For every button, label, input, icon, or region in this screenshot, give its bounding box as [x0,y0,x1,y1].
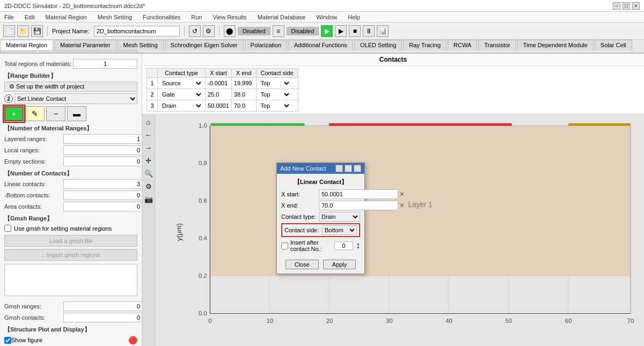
modal-xstart-clear[interactable]: ✕ [398,190,406,198]
refresh-button[interactable]: ↺ [189,25,201,37]
modal-minimize-button[interactable]: − [335,165,343,172]
menu-run[interactable]: Run [189,13,204,21]
modal-insert-down[interactable]: ▼ [356,246,360,249]
delete-contact-button[interactable]: − [46,106,65,121]
settings-button[interactable]: ⚙ [203,25,215,37]
modal-insert-checkbox[interactable] [281,242,288,249]
menu-help[interactable]: Help [346,13,362,21]
move-tool-button[interactable]: ✛ [143,155,154,166]
row-3-side[interactable]: Top [256,100,298,112]
save-file-button[interactable]: 💾 [31,25,43,37]
menu-window[interactable]: Window [314,13,339,21]
set-contact-select[interactable]: Set Linear Contact [14,93,137,104]
menu-mesh-setting[interactable]: Mesh Setting [96,13,134,21]
menu-view-results[interactable]: View Results [210,13,248,21]
tab-schrodinger[interactable]: Schrodinger Eigen Solver [165,40,244,50]
row-1-type-select[interactable]: Source [160,78,203,88]
modal-title: Add New Contact [280,165,326,172]
row-2-xend: 38.0 [231,89,256,100]
row-3-type[interactable]: Drain [158,100,206,112]
project-name-input[interactable] [94,26,180,36]
total-regions-input[interactable] [73,59,137,69]
chart-button[interactable]: 📊 [377,25,389,37]
tab-ray-tracing[interactable]: Ray Tracing [403,40,447,50]
menu-functionalities[interactable]: Functionalities [141,13,182,21]
adjust-tool-button[interactable]: ⚙ [143,181,154,192]
minimize-button[interactable]: − [613,2,620,10]
edit-contact-button[interactable]: ✎ [25,106,45,121]
gmsh-textarea[interactable] [4,264,137,296]
y-axis-label: y(μm) [177,223,183,241]
row-2-side[interactable]: Top [256,89,298,100]
local-ranges-input[interactable] [63,145,142,155]
pause-button[interactable]: ⏸ [363,25,375,37]
menu-edit[interactable]: Edit [23,13,37,21]
gmsh-ranges-input[interactable] [63,301,142,311]
copy-contact-button[interactable]: ▬ [67,106,86,121]
tab-material-parameter[interactable]: Material Parameter [54,40,116,50]
use-gmsh-checkbox[interactable] [4,225,11,232]
play-button[interactable]: ▶ [321,25,333,37]
save-plot-button[interactable]: 📷 [143,194,154,204]
modal-insert-up[interactable]: ▲ [356,242,360,246]
layered-ranges-input[interactable] [63,134,142,144]
modal-contact-type-select[interactable]: Drain Source Gate [319,212,360,222]
empty-sections-input[interactable] [63,157,142,166]
tab-solar-cell[interactable]: Solar Cell [595,40,632,50]
tab-material-region[interactable]: Material Region [0,40,53,50]
play2-button[interactable]: ▶ [335,25,347,37]
row-1-side-select[interactable]: Top [259,78,291,88]
modal-apply-button[interactable]: Apply [323,260,356,269]
bottom-contacts-input[interactable] [63,190,142,200]
home-tool-button[interactable]: ⌂ [143,116,154,127]
row-1-xend: 19.999 [231,78,256,89]
modal-insert-input[interactable] [334,241,353,250]
zoom-tool-button[interactable]: 🔍 [143,168,154,179]
forward-tool-button[interactable]: → [143,142,154,153]
menu-material-region[interactable]: Material Region [43,13,89,21]
import-gmsh-button[interactable]: ↓ Import gmsh regions [4,249,137,261]
row-1-type[interactable]: Source [158,78,206,89]
modal-xend-input[interactable] [319,201,398,210]
linear-contacts-input[interactable] [63,179,142,189]
tab-transistor[interactable]: Transistor [478,40,516,50]
setup-width-button[interactable]: ⚙ Set up the width of project [4,82,137,92]
row-2-side-select[interactable]: Top [259,90,291,99]
modal-close-button-footer[interactable]: Close [286,260,319,269]
svg-text:40: 40 [445,318,452,324]
tab-polarization[interactable]: Polarization [245,40,287,50]
tab-additional-functions[interactable]: Additional Functions [288,40,353,50]
col-contact-side: Contact side [256,69,298,78]
tab-time-dependent[interactable]: Time Dependent Module [517,40,594,50]
load-gmsh-button[interactable]: Load a gmsh file [4,235,137,247]
close-button[interactable]: × [632,2,640,10]
tab-oled-setting[interactable]: OLED Setting [354,40,402,50]
row-3-side-select[interactable]: Top [259,101,291,111]
tab-rcwa[interactable]: RCWA [448,40,477,50]
run-mode-button[interactable]: ⬤ [224,25,236,37]
window-controls[interactable]: − □ × [613,2,640,10]
area-contacts-input[interactable] [63,202,142,211]
maximize-button[interactable]: □ [623,2,630,10]
new-file-button[interactable]: 📄 [3,25,15,37]
modal-xend-clear[interactable]: ✕ [398,202,406,209]
row-1-side[interactable]: Top [256,78,298,89]
tab-mesh-setting[interactable]: Mesh Setting [118,40,164,50]
back-tool-button[interactable]: ← [143,129,154,140]
row-3-type-select[interactable]: Drain [160,101,203,111]
total-regions-label: Total regions of materials: [4,61,73,67]
gmsh-contacts-input[interactable] [63,313,142,322]
open-file-button[interactable]: 📁 [17,25,29,37]
modal-maximize-button[interactable]: □ [345,165,352,172]
modal-xstart-input[interactable] [319,189,398,199]
modal-body: 【Linear Contact】 X start: ✕ X end: ✕ [277,174,364,257]
show-figure-checkbox[interactable] [4,337,11,344]
add-contact-button[interactable]: + [4,106,24,121]
menu-file[interactable]: File [2,13,16,21]
stop-button[interactable]: ■ [349,25,361,37]
row-2-type[interactable]: Gate [158,89,206,100]
menu-material-database[interactable]: Material Database [255,13,308,21]
modal-close-button[interactable]: × [354,165,361,172]
row-2-type-select[interactable]: Gate [160,90,203,99]
modal-contact-side-select[interactable]: Bottom Top Left Right [322,225,357,235]
